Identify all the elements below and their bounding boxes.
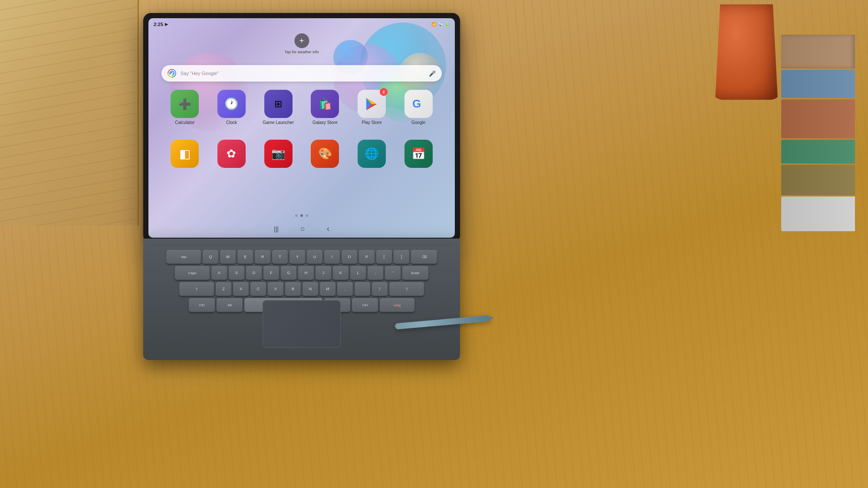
key-f[interactable]: F	[263, 266, 279, 280]
play-store-badge: 2	[380, 88, 388, 96]
key-period[interactable]: .	[355, 282, 370, 296]
status-time: 2:25 ▶	[154, 22, 168, 27]
key-backspace[interactable]: ⌫	[411, 250, 437, 264]
app-yellow[interactable]: ◧	[168, 140, 202, 168]
key-c[interactable]: C	[250, 282, 266, 296]
tablet-device: 2:25 ▶ 📶 📡 🔋 + Tap for weather info	[143, 13, 469, 351]
page-indicators	[295, 214, 308, 217]
app-google[interactable]: G Google	[401, 90, 436, 125]
key-lang[interactable]: Lang	[380, 298, 414, 312]
key-alt-left[interactable]: Alt	[217, 298, 243, 312]
tablet-bezel: 2:25 ▶ 📶 📡 🔋 + Tap for weather info	[143, 13, 460, 243]
key-comma[interactable]: ,	[337, 282, 353, 296]
teal-app-icon: 🌐	[358, 140, 386, 168]
app-pink[interactable]: ✿	[214, 140, 249, 168]
key-e[interactable]: E	[237, 250, 253, 264]
key-r[interactable]: R	[255, 250, 270, 264]
page-dot-2	[300, 214, 303, 217]
key-j[interactable]: J	[316, 266, 331, 280]
key-a[interactable]: A	[211, 266, 227, 280]
app-clock[interactable]: 🕐 Clock	[214, 90, 249, 125]
wifi-icon: 📡	[438, 22, 443, 26]
game-launcher-icon: ⊞	[264, 90, 293, 118]
key-i[interactable]: I	[324, 250, 340, 264]
back-button[interactable]: ‹	[327, 224, 329, 233]
key-v[interactable]: V	[268, 282, 283, 296]
key-t[interactable]: T	[272, 250, 288, 264]
keyboard-top-strip	[150, 244, 453, 246]
app-orange[interactable]: 🎨	[308, 140, 342, 168]
play-store-icon: 2	[358, 90, 386, 118]
yellow-app-icon: ◧	[171, 140, 199, 168]
number-row: Tab Q W E R T Y U I O P [ ] ⌫	[150, 250, 453, 264]
pink-app-icon: ✿	[217, 140, 246, 168]
galaxy-store-label: Galaxy Store	[312, 120, 338, 125]
key-m[interactable]: M	[320, 282, 335, 296]
google-label: Google	[411, 120, 425, 125]
key-n[interactable]: N	[302, 282, 318, 296]
microphone-icon[interactable]: 🎤	[429, 70, 436, 77]
page-dot-1	[295, 214, 298, 217]
app-green-cal[interactable]: 📅	[401, 140, 436, 168]
recent-apps-button[interactable]: |||	[274, 226, 279, 233]
key-w[interactable]: W	[220, 250, 236, 264]
key-s[interactable]: S	[229, 266, 244, 280]
key-shift-left[interactable]: ⇧	[179, 282, 214, 296]
key-g[interactable]: G	[281, 266, 296, 280]
battery-icon: 🔋	[444, 22, 450, 27]
home-button[interactable]: ○	[300, 224, 305, 233]
play-store-label: Play Store	[362, 120, 381, 125]
key-lbracket[interactable]: [	[376, 250, 392, 264]
key-q[interactable]: Q	[203, 250, 218, 264]
navigation-bar: ||| ○ ‹	[148, 224, 455, 233]
page-dot-3	[306, 214, 308, 217]
key-u[interactable]: U	[307, 250, 322, 264]
key-h[interactable]: H	[298, 266, 314, 280]
app-teal[interactable]: 🌐	[354, 140, 389, 168]
google-search-bar[interactable]: Say "Hey Google" 🎤	[161, 65, 442, 82]
tablet-screen[interactable]: 2:25 ▶ 📶 📡 🔋 + Tap for weather info	[148, 18, 455, 238]
app-row-1: ➕ Calculator 🕐 Clock ⊞ Game Launcher	[161, 90, 442, 125]
search-placeholder-text: Say "Hey Google"	[181, 71, 424, 76]
key-k[interactable]: K	[333, 266, 349, 280]
google-logo	[168, 69, 176, 78]
signal-icon: 📶	[431, 22, 436, 26]
status-bar: 2:25 ▶ 📶 📡 🔋	[148, 18, 455, 30]
game-launcher-label: Game Launcher	[263, 120, 294, 125]
app-play-store[interactable]: 2 Play Store	[354, 90, 389, 125]
app-game-launcher[interactable]: ⊞ Game Launcher	[261, 90, 296, 125]
key-y[interactable]: Y	[289, 250, 305, 264]
key-rbracket[interactable]: ]	[394, 250, 409, 264]
books-decoration	[781, 35, 855, 295]
key-semicolon[interactable]: ;	[368, 266, 383, 280]
weather-widget[interactable]: + Tap for weather info	[284, 33, 319, 54]
key-z[interactable]: Z	[216, 282, 231, 296]
clock-icon-img: 🕐	[217, 90, 246, 118]
touchpad[interactable]	[263, 300, 341, 348]
key-enter[interactable]: Enter	[402, 266, 428, 280]
key-shift-right[interactable]: ⇧	[389, 282, 424, 296]
red-camera-icon: 📷	[264, 140, 293, 168]
key-ctrl-left[interactable]: Ctrl	[189, 298, 215, 312]
google-app-icon: G	[404, 90, 433, 118]
key-p[interactable]: P	[359, 250, 375, 264]
wood-panel-left	[0, 0, 139, 226]
app-red-cam[interactable]: 📷	[261, 140, 296, 168]
key-l[interactable]: L	[350, 266, 366, 280]
app-calculator[interactable]: ➕ Calculator	[168, 90, 202, 125]
media-icon: ▶	[165, 22, 168, 26]
key-x[interactable]: X	[233, 282, 249, 296]
key-b[interactable]: B	[285, 282, 301, 296]
app-galaxy-store[interactable]: 🛍️ Galaxy Store	[308, 90, 342, 125]
zxcv-row: ⇧ Z X C V B N M , . / ⇧	[150, 282, 453, 296]
keyboard[interactable]: Tab Q W E R T Y U I O P [ ] ⌫ Caps A S D	[143, 239, 460, 360]
key-d[interactable]: D	[246, 266, 262, 280]
key-quote[interactable]: '	[385, 266, 401, 280]
calculator-label: Calculator	[175, 120, 194, 125]
key-tab[interactable]: Tab	[166, 250, 201, 264]
key-ctrl-right[interactable]: Ctrl	[352, 298, 378, 312]
key-o[interactable]: O	[342, 250, 357, 264]
key-slash[interactable]: /	[372, 282, 388, 296]
galaxy-store-icon: 🛍️	[311, 90, 339, 118]
key-caps[interactable]: Caps	[175, 266, 210, 280]
